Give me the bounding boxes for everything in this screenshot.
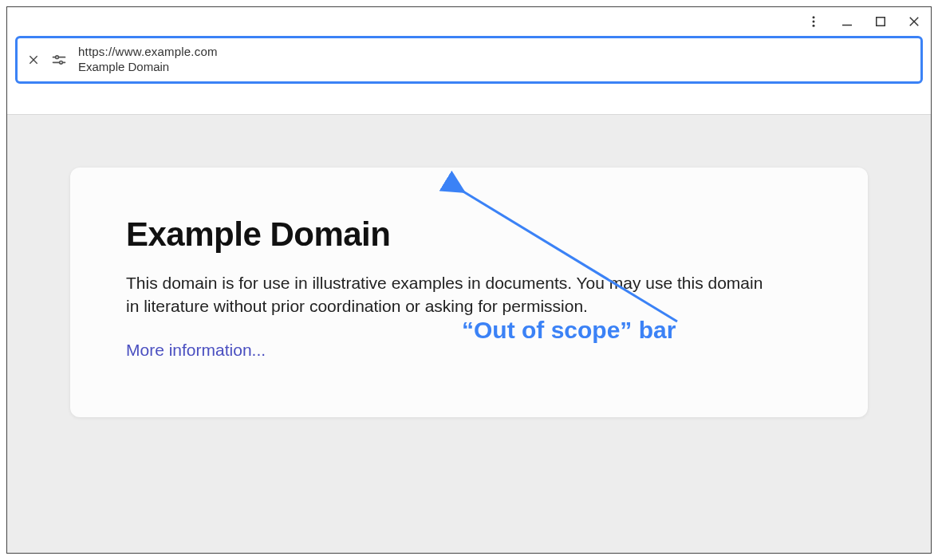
maximize-button[interactable] [872, 13, 889, 30]
page-heading: Example Domain [126, 215, 812, 254]
page-body-text: This domain is for use in illustrative e… [126, 271, 780, 318]
address-page-title: Example Domain [78, 60, 218, 75]
tune-icon[interactable] [51, 52, 67, 68]
address-text-block: https://www.example.com Example Domain [78, 45, 218, 75]
svg-point-10 [56, 56, 59, 59]
out-of-scope-bar: https://www.example.com Example Domain [15, 36, 923, 84]
window-titlebar [7, 7, 931, 36]
window-close-button[interactable] [905, 13, 923, 30]
minimize-button[interactable] [838, 13, 856, 30]
svg-point-2 [813, 25, 815, 27]
more-vertical-icon[interactable] [805, 13, 822, 30]
address-url: https://www.example.com [78, 45, 218, 60]
svg-point-12 [60, 61, 63, 64]
browser-window: https://www.example.com Example Domain E… [6, 6, 932, 554]
content-area: Example Domain This domain is for use in… [7, 114, 931, 553]
svg-point-0 [813, 16, 815, 18]
svg-rect-4 [877, 18, 885, 26]
svg-point-1 [813, 21, 815, 23]
close-icon[interactable] [27, 53, 40, 66]
content-card: Example Domain This domain is for use in… [70, 168, 868, 417]
more-information-link[interactable]: More information... [126, 341, 266, 359]
address-bar[interactable]: https://www.example.com Example Domain [18, 38, 920, 81]
